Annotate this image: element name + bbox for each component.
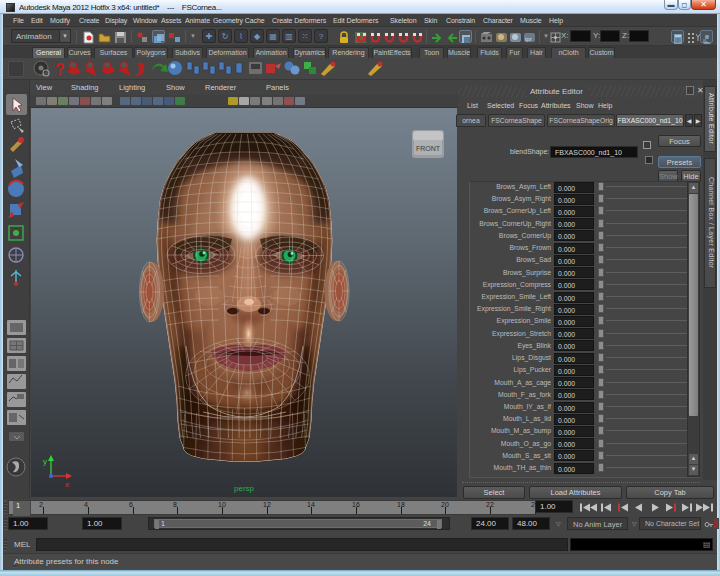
svg-text:ipr: ipr [525,36,532,42]
svg-text:?: ? [55,61,65,78]
svg-text:x: x [65,480,69,489]
svg-text:y: y [43,457,47,466]
svg-text:persp: persp [234,484,255,493]
svg-text:FRONT: FRONT [416,145,441,152]
